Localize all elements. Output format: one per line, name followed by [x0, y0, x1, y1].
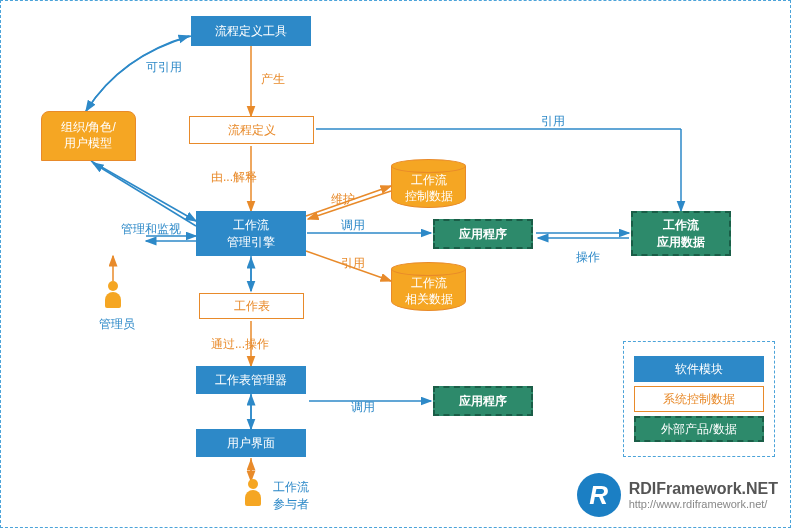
text: 工作表: [234, 298, 270, 315]
lbl-operate-via: 通过...操作: [211, 336, 269, 353]
legend-software: 软件模块: [634, 356, 764, 382]
text: 应用程序: [459, 226, 507, 243]
text: 应用程序: [459, 393, 507, 410]
lbl-ref: 引用: [341, 255, 365, 272]
watermark: R RDIFramework.NET http://www.rdiframewo…: [577, 473, 778, 517]
lbl-can-ref: 可引用: [146, 59, 182, 76]
actor-participant-icon: [241, 479, 265, 506]
node-engine: 工作流 管理引擎: [196, 211, 306, 256]
text: 工作流 管理引擎: [227, 217, 275, 251]
text: 工作表管理器: [215, 372, 287, 389]
text: 工作流 相关数据: [405, 276, 453, 307]
lbl-maintain: 维护: [331, 191, 355, 208]
node-ctrl-data: 工作流 控制数据: [391, 166, 466, 208]
text: 用户界面: [227, 435, 275, 452]
watermark-url: http://www.rdiframework.net/: [629, 498, 778, 510]
node-ui: 用户界面: [196, 429, 306, 457]
lbl-produce: 产生: [261, 71, 285, 88]
node-app1: 应用程序: [433, 219, 533, 249]
node-rel-data: 工作流 相关数据: [391, 269, 466, 311]
legend-sysctrl: 系统控制数据: [634, 386, 764, 412]
watermark-logo: R: [577, 473, 621, 517]
svg-line-2: [91, 161, 196, 221]
text: 工作流 应用数据: [657, 217, 705, 251]
lbl-operate: 操作: [576, 249, 600, 266]
node-org-model: 组织/角色/ 用户模型: [41, 111, 136, 161]
legend-extprod: 外部产品/数据: [634, 416, 764, 442]
watermark-brand: RDIFramework.NET: [629, 480, 778, 498]
lbl-monitor: 管理和监视: [121, 221, 181, 238]
node-ws-manager: 工作表管理器: [196, 366, 306, 394]
text: 流程定义: [228, 122, 276, 139]
text: 组织/角色/ 用户模型: [61, 120, 116, 151]
text: 流程定义工具: [215, 23, 287, 40]
node-app-data: 工作流 应用数据: [631, 211, 731, 256]
lbl-call2: 调用: [351, 399, 375, 416]
svg-line-3: [93, 163, 196, 226]
actor-participant-label: 工作流 参与者: [273, 479, 309, 513]
node-app2: 应用程序: [433, 386, 533, 416]
actor-admin-icon: [101, 281, 125, 308]
actor-admin-label: 管理员: [99, 316, 135, 333]
node-process-def-tool: 流程定义工具: [191, 16, 311, 46]
node-worksheet: 工作表: [199, 293, 304, 319]
lbl-quote: 引用: [541, 113, 565, 130]
lbl-call: 调用: [341, 217, 365, 234]
text: 工作流 控制数据: [405, 173, 453, 204]
node-process-def: 流程定义: [189, 116, 314, 144]
diagram-canvas: 流程定义工具 组织/角色/ 用户模型 流程定义 工作流 管理引擎 工作表 工作表…: [0, 0, 791, 528]
legend: 软件模块 系统控制数据 外部产品/数据: [623, 341, 775, 457]
lbl-interpret: 由...解释: [211, 169, 257, 186]
